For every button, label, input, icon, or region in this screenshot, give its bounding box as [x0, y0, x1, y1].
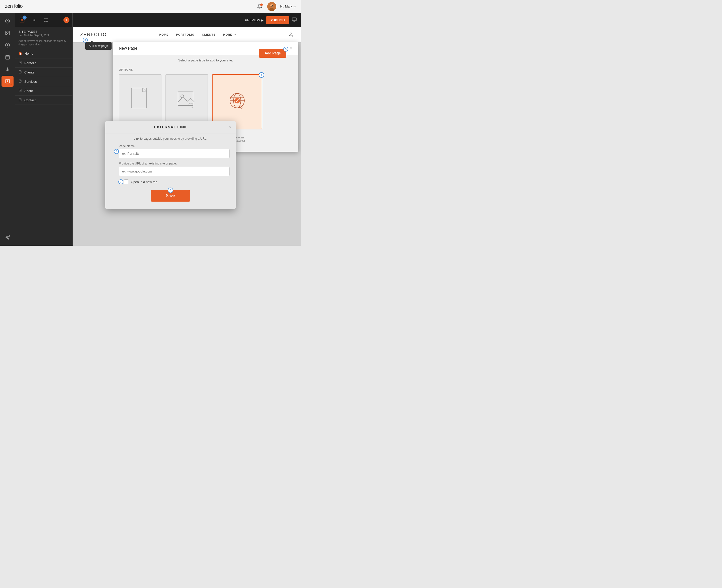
add-page-button[interactable]: +	[63, 17, 69, 23]
new-tab-checkbox[interactable]	[124, 180, 128, 184]
add-page-tooltip: 3 Add new page	[85, 42, 111, 50]
sidebar-item-send[interactable]	[1, 232, 14, 243]
header-right: Hi, Mark	[256, 2, 296, 11]
blank-card-content	[130, 87, 150, 112]
save-badge-8: 8	[168, 188, 173, 193]
ext-modal-title: EXTERNAL LINK	[154, 125, 187, 129]
doc-icon-contact	[19, 98, 22, 102]
main-layout: 1 2	[0, 13, 301, 246]
svg-rect-54	[131, 88, 146, 108]
doc-icon-about	[19, 89, 22, 93]
toolbar-icon-design[interactable]	[30, 16, 38, 24]
website-user-icon	[288, 32, 293, 37]
home-icon	[19, 51, 22, 56]
avatar	[267, 2, 276, 11]
svg-rect-50	[292, 18, 297, 21]
page-label-portfolio: Portfolio	[24, 61, 36, 65]
doc-icon-clients	[19, 70, 22, 74]
tooltip-badge-3: 3	[83, 38, 88, 43]
sidebar-item-money[interactable]	[1, 40, 14, 51]
checkbox-badge-7: 7	[118, 179, 123, 184]
svg-text:zen: zen	[5, 3, 13, 9]
pages-panel: 2 + 3 Add new page	[15, 13, 73, 246]
user-menu[interactable]: Hi, Mark	[280, 4, 296, 8]
toolbar-badge-2: 2	[23, 16, 26, 20]
preview-toolbar: PREVIEW ▶ PUBLISH	[73, 13, 301, 27]
svg-point-53	[290, 33, 292, 35]
publish-button[interactable]: PUBLISH	[266, 16, 289, 24]
pages-panel-header: SITE PAGES Last Modified Sep 27, 2022	[15, 27, 72, 38]
svg-point-6	[272, 5, 273, 6]
pages-panel-title: SITE PAGES	[19, 30, 69, 34]
website-nav: ZENFOLIO HOME PORTFOLIO CLIENTS MORE	[73, 27, 301, 42]
page-label-contact: Contact	[24, 98, 36, 102]
sidebar-icons: 1	[0, 13, 15, 246]
svg-point-65	[234, 98, 240, 104]
sidebar-item-dashboard[interactable]	[1, 16, 14, 26]
page-name-label: Page Name	[119, 144, 230, 148]
toolbar-icon-settings[interactable]	[42, 16, 50, 24]
doc-icon-services	[19, 80, 22, 84]
website-nav-more[interactable]: MORE	[223, 33, 236, 36]
link-card-content	[224, 88, 251, 115]
checkbox-label: Open in a new tab	[131, 180, 157, 184]
modal-title: New Page	[119, 46, 137, 51]
doc-icon-portfolio	[19, 61, 22, 65]
website-nav-home[interactable]: HOME	[159, 33, 168, 36]
svg-point-34	[45, 21, 46, 22]
sidebar-item-chart[interactable]	[1, 64, 14, 75]
page-name-input[interactable]	[119, 149, 230, 158]
website-menu: HOME PORTFOLIO CLIENTS MORE	[159, 33, 236, 36]
add-page-badge-5: 5	[283, 47, 288, 52]
sidebar-badge-1: 1	[9, 82, 13, 86]
toolbar-icon-pages[interactable]: 2	[18, 16, 26, 24]
svg-text:folio: folio	[14, 3, 23, 9]
ext-modal-body: 6 Page Name Provide the URL of an existi…	[105, 142, 236, 184]
svg-rect-11	[6, 56, 9, 59]
website-nav-portfolio[interactable]: PORTFOLIO	[176, 33, 194, 36]
page-item-about[interactable]: About	[15, 86, 72, 96]
image-card-content	[177, 89, 197, 109]
page-option-image[interactable]	[166, 74, 208, 124]
add-page-btn-wrapper: Add Page 5	[265, 45, 292, 54]
page-item-home[interactable]: Home	[15, 49, 72, 58]
sidebar-item-gallery[interactable]	[1, 27, 14, 39]
ext-modal-close-button[interactable]: ×	[229, 124, 232, 130]
page-label-about: About	[24, 89, 33, 93]
svg-point-5	[271, 5, 271, 6]
options-label: OPTIONS	[119, 68, 292, 71]
website-logo: ZENFOLIO	[80, 32, 107, 37]
page-item-contact[interactable]: Contact	[15, 96, 72, 105]
desktop-view-icon[interactable]	[292, 17, 297, 23]
pages-panel-description: Add or remove pages, change the order by…	[15, 38, 72, 49]
page-name-group: 6 Page Name	[119, 144, 230, 158]
add-page-confirm-button[interactable]: Add Page 5	[259, 49, 286, 58]
page-list: Home Portfolio Clients Ser	[15, 49, 72, 105]
page-option-blank[interactable]	[119, 74, 162, 124]
page-item-services[interactable]: Services	[15, 77, 72, 86]
page-label-home: Home	[25, 52, 33, 56]
field-badge-6: 6	[114, 149, 119, 154]
preview-button[interactable]: PREVIEW ▶	[245, 18, 263, 22]
url-input[interactable]	[119, 167, 230, 176]
sidebar-item-pages[interactable]: 1	[1, 76, 14, 87]
card-badge-4: 4	[259, 72, 264, 78]
page-item-clients[interactable]: Clients	[15, 68, 72, 77]
page-label-clients: Clients	[24, 70, 34, 74]
svg-point-33	[47, 20, 48, 21]
checkbox-row: 7 Open in a new tab	[124, 180, 230, 184]
external-link-modal: EXTERNAL LINK × Link to pages outside yo…	[105, 121, 236, 209]
pages-panel-subtitle: Last Modified Sep 27, 2022	[19, 34, 69, 37]
save-button-wrapper: 8 Save	[105, 190, 236, 202]
page-label-services: Services	[24, 80, 37, 84]
save-button[interactable]: 8 Save	[151, 190, 190, 202]
user-greeting: Hi, Mark	[280, 4, 292, 8]
svg-point-32	[45, 18, 46, 19]
website-menu-right	[288, 32, 293, 37]
sidebar-item-calendar[interactable]	[1, 52, 14, 63]
pages-toolbar: 2 +	[15, 13, 72, 27]
bell-icon[interactable]	[256, 3, 263, 10]
zenfolio-logo: zen folio	[5, 2, 35, 11]
page-item-portfolio[interactable]: Portfolio	[15, 58, 72, 68]
website-nav-clients[interactable]: CLIENTS	[202, 33, 216, 36]
